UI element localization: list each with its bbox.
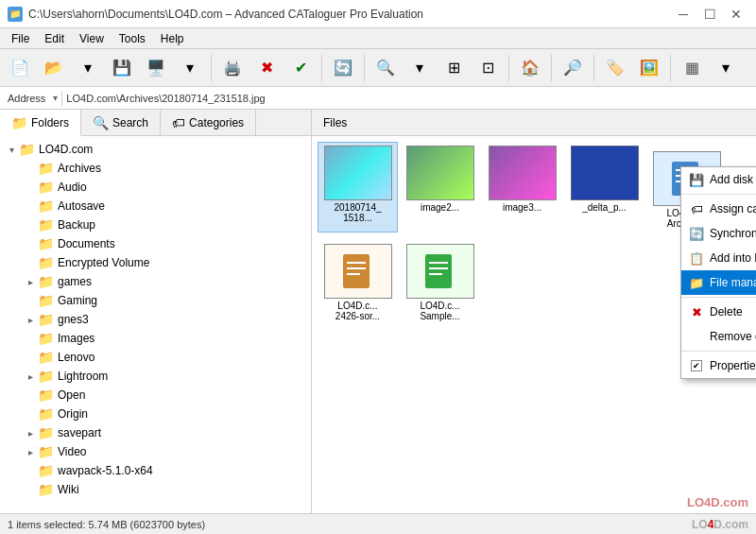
expand-icon-savepart[interactable]: ▸	[23, 425, 38, 440]
save-icon: 💾	[112, 58, 132, 78]
svg-rect-11	[429, 273, 442, 275]
menu-help[interactable]: Help	[153, 30, 192, 47]
ctx-assign-categories[interactable]: 🏷 Assign categories ... Ctrl+K	[681, 197, 756, 221]
ctx-sep-3	[681, 351, 756, 352]
lo4d-watermark: LO4D.com	[687, 495, 748, 509]
search-button[interactable]: 🔍	[369, 52, 402, 84]
file-cell-3[interactable]: _delta_p...	[564, 142, 644, 233]
tree-item-video[interactable]: ▸ 📁 Video	[0, 442, 311, 461]
menu-tools[interactable]: Tools	[112, 30, 153, 47]
tree-label-lenovo: Lenovo	[58, 351, 94, 364]
menu-file[interactable]: File	[4, 30, 37, 47]
check-button[interactable]: ✔	[284, 52, 317, 84]
tab-folders[interactable]: 📁 Folders	[0, 110, 81, 136]
main-content: 📁 Folders 🔍 Search 🏷 Categories ▾ 📁 LO4D…	[0, 110, 756, 513]
ctx-synchronize[interactable]: 🔄 Synchronize ... Ctrl+R	[681, 221, 756, 246]
toolbar-separator-6	[593, 55, 594, 81]
add-disk-dropdown-button[interactable]: ▾	[174, 52, 206, 84]
open-button[interactable]: 📂	[38, 52, 70, 84]
delete-button[interactable]: ✖	[250, 52, 283, 84]
add-disk-button[interactable]: 🖥️	[140, 52, 172, 84]
menu-view[interactable]: View	[72, 30, 112, 47]
expand-icon-lightroom[interactable]: ▸	[23, 369, 38, 384]
tree-item-audio[interactable]: ▸ 📁 Audio	[0, 178, 311, 197]
home-icon: 🏠	[520, 58, 541, 78]
sync-button[interactable]: 🔄	[327, 52, 359, 84]
gray-btn-1[interactable]: 🖨️	[216, 52, 249, 84]
menu-edit[interactable]: Edit	[37, 30, 72, 47]
tree-item-wiki[interactable]: ▸ 📁 Wiki	[0, 480, 311, 499]
ctx-add-disk[interactable]: 💾 Add disk or folder ... Ctrl+2	[681, 167, 756, 192]
view-icon-2: ⊡	[477, 58, 498, 78]
grid-button[interactable]: ▦	[676, 52, 708, 84]
tree-item-documents[interactable]: ▸ 📁 Documents	[0, 234, 311, 253]
ctx-sep-2	[681, 297, 756, 298]
address-dropdown-btn[interactable]: ▾	[53, 93, 58, 103]
tree-item-lo4d[interactable]: ▾ 📁 LO4D.com	[0, 140, 311, 159]
tree-item-games[interactable]: ▸ 📁 games	[0, 272, 311, 291]
right-panel: Files 20180714_1518... image2... image3.…	[312, 110, 756, 513]
tree-item-autosave[interactable]: ▸ 📁 Autosave	[0, 197, 311, 215]
file-thumb-0	[324, 146, 392, 200]
search-dropdown-icon: ▾	[409, 58, 430, 78]
ctx-file-mgmt-label: File management	[710, 276, 756, 289]
ctx-remove-desc-label: Remove descriptions ...	[710, 330, 756, 343]
new-catalog-button[interactable]: 📄	[4, 52, 36, 84]
tree-item-images[interactable]: ▸ 📁 Images	[0, 329, 311, 348]
tree-item-origin[interactable]: ▸ 📁 Origin	[0, 405, 311, 423]
address-path: LO4D.com\Archives\20180714_231518.jpg	[66, 93, 752, 104]
expand-icon-games[interactable]: ▸	[23, 274, 38, 289]
file-cell-1[interactable]: image2...	[400, 142, 480, 233]
ctx-properties[interactable]: ✔ Properties Alt+Enter	[681, 353, 756, 378]
home-button[interactable]: 🏠	[514, 52, 546, 84]
categories-tab-icon: 🏷	[172, 115, 185, 130]
maximize-button[interactable]: ☐	[697, 5, 722, 24]
ctx-file-management[interactable]: 📁 File management ▶	[681, 270, 756, 295]
search-dropdown-button[interactable]: ▾	[404, 52, 436, 84]
tree-item-savepart[interactable]: ▸ 📁 savepart	[0, 423, 311, 442]
file-thumb-6	[406, 244, 474, 299]
open-dropdown-button[interactable]: ▾	[72, 52, 104, 84]
tree-item-gaming[interactable]: ▸ 📁 Gaming	[0, 291, 311, 310]
tab-categories[interactable]: 🏷 Categories	[161, 110, 256, 135]
expand-icon-gnes3[interactable]: ▸	[23, 312, 38, 327]
ctx-remove-desc[interactable]: Remove descriptions ...	[681, 324, 756, 349]
view-btn-2[interactable]: ⊡	[472, 52, 504, 84]
file-cell-0[interactable]: 20180714_1518...	[318, 142, 398, 233]
zoom-button[interactable]: 🔎	[557, 52, 589, 84]
tab-search[interactable]: 🔍 Search	[81, 110, 161, 135]
view-btn-1[interactable]: ⊞	[438, 52, 470, 84]
folders-tab-label: Folders	[31, 116, 69, 129]
svg-rect-4	[343, 254, 369, 288]
ctx-add-notepad[interactable]: 📋 Add into Notepad Ctrl+C	[681, 246, 756, 270]
tree-item-backup[interactable]: ▸ 📁 Backup	[0, 215, 311, 234]
file-cell-2[interactable]: image3...	[482, 142, 562, 233]
expand-icon-lo4d[interactable]: ▾	[4, 142, 19, 157]
expand-icon-video[interactable]: ▸	[23, 444, 38, 459]
tree-item-gnes3[interactable]: ▸ 📁 gnes3	[0, 310, 311, 329]
gray-icon-1: 🖨️	[222, 58, 243, 78]
close-button[interactable]: ✕	[724, 5, 748, 24]
folder-tree[interactable]: ▾ 📁 LO4D.com ▸ 📁 Archives ▸ 📁 Audio ▸ 📁 …	[0, 136, 311, 513]
tree-item-lightroom[interactable]: ▸ 📁 Lightroom	[0, 367, 311, 386]
tree-item-encrypted[interactable]: ▸ 📁 Encrypted Volume	[0, 253, 311, 272]
file-cell-5[interactable]: LO4D.c...2426-sor...	[318, 240, 398, 325]
zoom-icon: 🔎	[562, 58, 583, 78]
tree-item-lenovo[interactable]: ▸ 📁 Lenovo	[0, 348, 311, 367]
delete-ctx-icon: ✖	[689, 304, 704, 319]
ctx-properties-label: Properties	[710, 359, 756, 372]
image-button[interactable]: 🖼️	[633, 52, 665, 84]
grid-dropdown-button[interactable]: ▾	[710, 52, 742, 84]
minimize-button[interactable]: ─	[671, 5, 696, 24]
tree-item-archives[interactable]: ▸ 📁 Archives	[0, 159, 311, 178]
tags-button[interactable]: 🏷️	[599, 52, 631, 84]
ctx-delete[interactable]: ✖ Delete Del	[681, 300, 756, 324]
address-bar: Address ▾ LO4D.com\Archives\20180714_231…	[0, 87, 756, 110]
save-button[interactable]: 💾	[106, 52, 138, 84]
file-cell-6[interactable]: LO4D.c...Sample...	[400, 240, 480, 325]
tree-item-wavpack[interactable]: ▸ 📁 wavpack-5.1.0-x64	[0, 461, 311, 480]
tree-item-open[interactable]: ▸ 📁 Open	[0, 386, 311, 405]
folders-tab-icon: 📁	[11, 115, 27, 130]
file-thumb-1	[406, 146, 474, 200]
file-name-6: LO4D.c...Sample...	[420, 301, 459, 321]
